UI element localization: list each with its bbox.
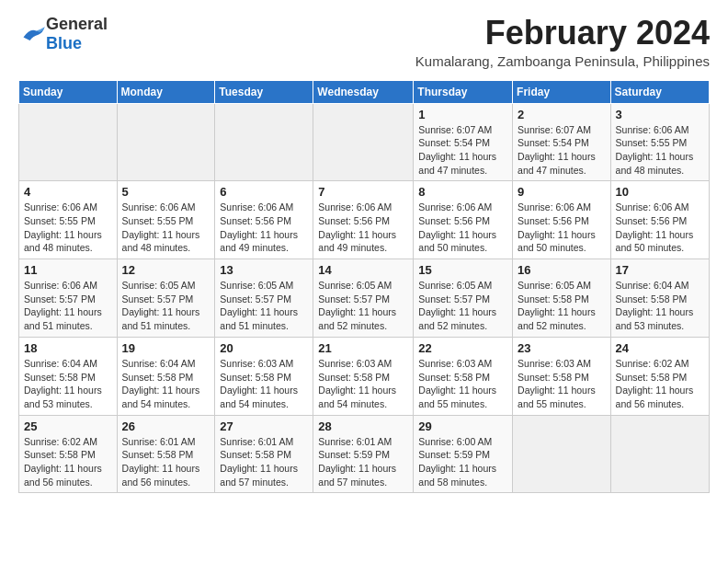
calendar-cell: 19Sunrise: 6:04 AM Sunset: 5:58 PM Dayli… — [117, 337, 215, 415]
day-info: Sunrise: 6:04 AM Sunset: 5:58 PM Dayligh… — [24, 357, 112, 411]
calendar-cell: 2Sunrise: 6:07 AM Sunset: 5:54 PM Daylig… — [513, 103, 611, 181]
calendar-cell: 29Sunrise: 6:00 AM Sunset: 5:59 PM Dayli… — [414, 415, 513, 493]
calendar-cell: 20Sunrise: 6:03 AM Sunset: 5:58 PM Dayli… — [215, 337, 313, 415]
calendar-cell — [313, 103, 414, 181]
day-info: Sunrise: 6:07 AM Sunset: 5:54 PM Dayligh… — [518, 123, 606, 178]
calendar-week-row: 25Sunrise: 6:02 AM Sunset: 5:58 PM Dayli… — [19, 415, 710, 493]
calendar-week-row: 18Sunrise: 6:04 AM Sunset: 5:58 PM Dayli… — [19, 337, 710, 415]
calendar-cell: 7Sunrise: 6:06 AM Sunset: 5:56 PM Daylig… — [313, 181, 414, 259]
day-info: Sunrise: 6:06 AM Sunset: 5:56 PM Dayligh… — [220, 201, 308, 255]
day-number: 8 — [418, 185, 507, 199]
day-info: Sunrise: 6:03 AM Sunset: 5:58 PM Dayligh… — [318, 357, 408, 411]
day-number: 4 — [24, 185, 112, 199]
logo: General Blue — [18, 15, 108, 53]
calendar-cell — [117, 103, 215, 181]
calendar-cell: 9Sunrise: 6:06 AM Sunset: 5:56 PM Daylig… — [513, 181, 611, 259]
calendar-cell: 12Sunrise: 6:05 AM Sunset: 5:57 PM Dayli… — [117, 259, 215, 338]
day-number: 26 — [122, 419, 210, 433]
calendar-cell: 3Sunrise: 6:06 AM Sunset: 5:55 PM Daylig… — [610, 103, 709, 181]
calendar-cell: 23Sunrise: 6:03 AM Sunset: 5:58 PM Dayli… — [513, 337, 611, 415]
calendar-cell: 21Sunrise: 6:03 AM Sunset: 5:58 PM Dayli… — [313, 337, 414, 415]
logo-general-text: General — [46, 15, 108, 33]
day-info: Sunrise: 6:06 AM Sunset: 5:56 PM Dayligh… — [616, 201, 704, 255]
day-number: 11 — [24, 263, 112, 277]
calendar-cell: 18Sunrise: 6:04 AM Sunset: 5:58 PM Dayli… — [19, 337, 118, 415]
calendar-cell: 15Sunrise: 6:05 AM Sunset: 5:57 PM Dayli… — [414, 259, 513, 338]
day-number: 2 — [518, 108, 606, 121]
day-info: Sunrise: 6:05 AM Sunset: 5:57 PM Dayligh… — [220, 279, 308, 333]
calendar-cell: 17Sunrise: 6:04 AM Sunset: 5:58 PM Dayli… — [610, 259, 709, 338]
day-info: Sunrise: 6:06 AM Sunset: 5:55 PM Dayligh… — [24, 201, 112, 255]
day-info: Sunrise: 6:01 AM Sunset: 5:58 PM Dayligh… — [220, 435, 308, 489]
day-number: 16 — [518, 263, 606, 277]
day-info: Sunrise: 6:06 AM Sunset: 5:56 PM Dayligh… — [518, 201, 606, 255]
calendar-table: SundayMondayTuesdayWednesdayThursdayFrid… — [18, 80, 710, 494]
day-info: Sunrise: 6:01 AM Sunset: 5:59 PM Dayligh… — [318, 435, 408, 489]
day-info: Sunrise: 6:02 AM Sunset: 5:58 PM Dayligh… — [616, 357, 704, 411]
calendar-cell: 27Sunrise: 6:01 AM Sunset: 5:58 PM Dayli… — [215, 415, 313, 493]
day-info: Sunrise: 6:06 AM Sunset: 5:57 PM Dayligh… — [24, 279, 112, 333]
calendar-cell: 24Sunrise: 6:02 AM Sunset: 5:58 PM Dayli… — [610, 337, 709, 415]
day-number: 22 — [418, 341, 507, 355]
weekday-header: Friday — [513, 80, 611, 103]
day-number: 12 — [122, 263, 210, 277]
day-number: 27 — [220, 419, 308, 433]
logo-blue-text: Blue — [46, 34, 82, 52]
calendar-cell — [513, 415, 611, 493]
day-number: 10 — [616, 185, 704, 199]
calendar-cell: 26Sunrise: 6:01 AM Sunset: 5:58 PM Dayli… — [117, 415, 215, 493]
day-info: Sunrise: 6:06 AM Sunset: 5:55 PM Dayligh… — [616, 123, 704, 178]
day-number: 25 — [24, 419, 112, 433]
calendar-cell: 11Sunrise: 6:06 AM Sunset: 5:57 PM Dayli… — [19, 259, 118, 338]
day-info: Sunrise: 6:05 AM Sunset: 5:57 PM Dayligh… — [418, 279, 507, 333]
day-number: 24 — [616, 341, 704, 355]
day-number: 18 — [24, 341, 112, 355]
day-number: 17 — [616, 263, 704, 277]
day-number: 28 — [318, 419, 408, 433]
calendar-cell: 16Sunrise: 6:05 AM Sunset: 5:58 PM Dayli… — [513, 259, 611, 338]
day-number: 6 — [220, 185, 308, 199]
day-info: Sunrise: 6:05 AM Sunset: 5:57 PM Dayligh… — [318, 279, 408, 333]
day-info: Sunrise: 6:07 AM Sunset: 5:54 PM Dayligh… — [418, 123, 507, 178]
weekday-header: Thursday — [414, 80, 513, 103]
day-info: Sunrise: 6:05 AM Sunset: 5:57 PM Dayligh… — [122, 279, 210, 333]
day-info: Sunrise: 6:04 AM Sunset: 5:58 PM Dayligh… — [122, 357, 210, 411]
day-number: 3 — [616, 108, 704, 121]
calendar-cell: 1Sunrise: 6:07 AM Sunset: 5:54 PM Daylig… — [414, 103, 513, 181]
day-number: 1 — [418, 108, 507, 121]
weekday-header: Tuesday — [215, 80, 313, 103]
day-number: 13 — [220, 263, 308, 277]
day-info: Sunrise: 6:03 AM Sunset: 5:58 PM Dayligh… — [220, 357, 308, 411]
weekday-header: Monday — [117, 80, 215, 103]
day-number: 23 — [518, 341, 606, 355]
calendar-week-row: 1Sunrise: 6:07 AM Sunset: 5:54 PM Daylig… — [19, 103, 710, 181]
day-info: Sunrise: 6:06 AM Sunset: 5:56 PM Dayligh… — [318, 201, 408, 255]
calendar-cell — [610, 415, 709, 493]
calendar-cell: 25Sunrise: 6:02 AM Sunset: 5:58 PM Dayli… — [19, 415, 118, 493]
day-number: 20 — [220, 341, 308, 355]
day-number: 7 — [318, 185, 408, 199]
day-info: Sunrise: 6:01 AM Sunset: 5:58 PM Dayligh… — [122, 435, 210, 489]
day-number: 5 — [122, 185, 210, 199]
calendar-cell: 6Sunrise: 6:06 AM Sunset: 5:56 PM Daylig… — [215, 181, 313, 259]
day-info: Sunrise: 6:06 AM Sunset: 5:55 PM Dayligh… — [122, 201, 210, 255]
day-info: Sunrise: 6:03 AM Sunset: 5:58 PM Dayligh… — [418, 357, 507, 411]
day-number: 21 — [318, 341, 408, 355]
calendar-week-row: 4Sunrise: 6:06 AM Sunset: 5:55 PM Daylig… — [19, 181, 710, 259]
day-number: 9 — [518, 185, 606, 199]
location-text: Kumalarang, Zamboanga Peninsula, Philipp… — [415, 53, 710, 69]
day-info: Sunrise: 6:03 AM Sunset: 5:58 PM Dayligh… — [518, 357, 606, 411]
day-number: 14 — [318, 263, 408, 277]
calendar-cell: 8Sunrise: 6:06 AM Sunset: 5:56 PM Daylig… — [414, 181, 513, 259]
weekday-header: Sunday — [19, 80, 118, 103]
calendar-cell — [19, 103, 118, 181]
calendar-cell: 14Sunrise: 6:05 AM Sunset: 5:57 PM Dayli… — [313, 259, 414, 338]
day-info: Sunrise: 6:00 AM Sunset: 5:59 PM Dayligh… — [418, 435, 507, 489]
calendar-header-row: SundayMondayTuesdayWednesdayThursdayFrid… — [19, 80, 710, 103]
calendar-cell: 10Sunrise: 6:06 AM Sunset: 5:56 PM Dayli… — [610, 181, 709, 259]
weekday-header: Wednesday — [313, 80, 414, 103]
calendar-cell: 4Sunrise: 6:06 AM Sunset: 5:55 PM Daylig… — [19, 181, 118, 259]
calendar-cell: 22Sunrise: 6:03 AM Sunset: 5:58 PM Dayli… — [414, 337, 513, 415]
calendar-cell: 5Sunrise: 6:06 AM Sunset: 5:55 PM Daylig… — [117, 181, 215, 259]
calendar-body: 1Sunrise: 6:07 AM Sunset: 5:54 PM Daylig… — [19, 103, 710, 493]
